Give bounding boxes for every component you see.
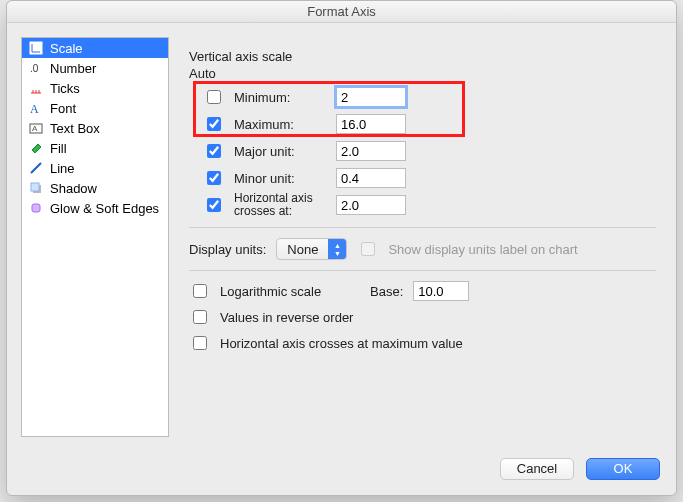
- major-unit-checkbox[interactable]: [207, 144, 221, 158]
- sidebar-item-label: Scale: [50, 41, 83, 56]
- auto-label: Auto: [189, 66, 656, 81]
- log-scale-label: Logarithmic scale: [220, 284, 360, 299]
- minimum-label: Minimum:: [234, 90, 326, 105]
- sidebar-item-line[interactable]: Line: [22, 158, 168, 178]
- minor-unit-checkbox[interactable]: [207, 171, 221, 185]
- ticks-icon: [28, 80, 44, 96]
- dialog-body: Scale .0 Number Ticks A Font A Text Box …: [7, 23, 676, 447]
- sidebar-item-font[interactable]: A Font: [22, 98, 168, 118]
- axis-crosses-label: Horizontal axis crosses at:: [234, 192, 326, 218]
- cross-at-max-checkbox[interactable]: [193, 336, 207, 350]
- maximum-checkbox[interactable]: [207, 117, 221, 131]
- display-units-label: Display units:: [189, 242, 266, 257]
- sidebar-item-fill[interactable]: Fill: [22, 138, 168, 158]
- sidebar-item-scale[interactable]: Scale: [22, 38, 168, 58]
- reverse-order-label: Values in reverse order: [220, 310, 353, 325]
- number-icon: .0: [28, 60, 44, 76]
- row-maximum: Maximum:: [203, 112, 656, 136]
- sidebar-item-label: Fill: [50, 141, 67, 156]
- glow-icon: [28, 200, 44, 216]
- svg-text:.0: .0: [30, 63, 39, 74]
- sidebar-item-label: Glow & Soft Edges: [50, 201, 159, 216]
- row-display-units: Display units: None ▲▼ Show display unit…: [189, 238, 656, 260]
- svg-rect-15: [32, 204, 40, 212]
- dialog-footer: Cancel OK: [7, 447, 676, 495]
- svg-line-12: [31, 163, 41, 173]
- select-arrows-icon: ▲▼: [328, 239, 346, 259]
- axis-crosses-checkbox[interactable]: [207, 198, 221, 212]
- sidebar-item-textbox[interactable]: A Text Box: [22, 118, 168, 138]
- sidebar-item-label: Ticks: [50, 81, 80, 96]
- sidebar-item-label: Font: [50, 101, 76, 116]
- scale-icon: [28, 40, 44, 56]
- show-units-label-text: Show display units label on chart: [388, 242, 577, 257]
- reverse-order-checkbox[interactable]: [193, 310, 207, 324]
- row-minimum: Minimum:: [203, 85, 656, 109]
- log-base-input[interactable]: [413, 281, 469, 301]
- display-units-value: None: [277, 242, 328, 257]
- sidebar-item-label: Text Box: [50, 121, 100, 136]
- line-icon: [28, 160, 44, 176]
- divider: [189, 270, 656, 271]
- row-axis-crosses: Horizontal axis crosses at:: [203, 193, 656, 217]
- show-units-label-checkbox: [361, 242, 375, 256]
- cross-at-max-label: Horizontal axis crosses at maximum value: [220, 336, 463, 351]
- font-icon: A: [28, 100, 44, 116]
- format-axis-dialog: Format Axis Scale .0 Number Ticks A Font…: [6, 0, 677, 496]
- svg-marker-11: [32, 144, 41, 153]
- row-minor-unit: Minor unit:: [203, 166, 656, 190]
- minimum-checkbox[interactable]: [207, 90, 221, 104]
- row-cross-max: Horizontal axis crosses at maximum value: [189, 333, 656, 353]
- log-scale-checkbox[interactable]: [193, 284, 207, 298]
- scale-panel: Vertical axis scale Auto Minimum: Maximu…: [179, 37, 662, 437]
- major-unit-label: Major unit:: [234, 144, 326, 159]
- category-sidebar: Scale .0 Number Ticks A Font A Text Box …: [21, 37, 169, 437]
- sidebar-item-shadow[interactable]: Shadow: [22, 178, 168, 198]
- minor-unit-input[interactable]: [336, 168, 406, 188]
- textbox-icon: A: [28, 120, 44, 136]
- sidebar-item-number[interactable]: .0 Number: [22, 58, 168, 78]
- sidebar-item-label: Line: [50, 161, 75, 176]
- display-units-select[interactable]: None ▲▼: [276, 238, 347, 260]
- cancel-button[interactable]: Cancel: [500, 458, 574, 480]
- major-unit-input[interactable]: [336, 141, 406, 161]
- fill-icon: [28, 140, 44, 156]
- minimum-input[interactable]: [336, 87, 406, 107]
- ok-button[interactable]: OK: [586, 458, 660, 480]
- maximum-input[interactable]: [336, 114, 406, 134]
- svg-rect-14: [31, 183, 39, 191]
- shadow-icon: [28, 180, 44, 196]
- row-major-unit: Major unit:: [203, 139, 656, 163]
- divider: [189, 227, 656, 228]
- sidebar-item-label: Shadow: [50, 181, 97, 196]
- row-reverse: Values in reverse order: [189, 307, 656, 327]
- section-title: Vertical axis scale: [189, 49, 656, 64]
- svg-text:A: A: [30, 102, 39, 115]
- window-title: Format Axis: [7, 1, 676, 23]
- axis-crosses-input[interactable]: [336, 195, 406, 215]
- base-label: Base:: [370, 284, 403, 299]
- row-log-scale: Logarithmic scale Base:: [189, 281, 656, 301]
- sidebar-item-glow[interactable]: Glow & Soft Edges: [22, 198, 168, 218]
- minor-unit-label: Minor unit:: [234, 171, 326, 186]
- maximum-label: Maximum:: [234, 117, 326, 132]
- svg-text:A: A: [32, 124, 38, 133]
- sidebar-item-label: Number: [50, 61, 96, 76]
- sidebar-item-ticks[interactable]: Ticks: [22, 78, 168, 98]
